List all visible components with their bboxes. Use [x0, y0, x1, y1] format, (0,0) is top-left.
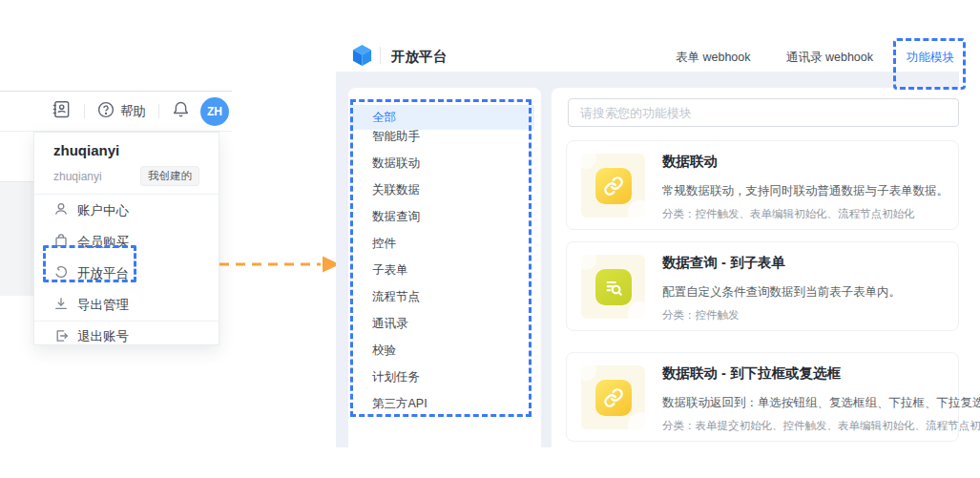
module-card-data-linkage-dropdown[interactable]: 数据联动 - 到下拉框或复选框 数据联动返回到：单选按钮组、复选框组、下拉框、下… [566, 352, 959, 442]
avatar-initials: ZH [207, 105, 222, 118]
module-list-panel: 数据联动 常规数据联动，支持同时联动普通数据与子表单数据。 分类：控件触发、表单… [552, 88, 959, 447]
menu-item-logout[interactable]: 退出账号 [34, 322, 219, 352]
logout-icon [53, 328, 69, 346]
sidebar-item-data-query[interactable]: 数据查询 [348, 203, 534, 230]
menu-item-label: 退出账号 [77, 328, 129, 345]
module-title: 数据查询 - 到子表单 [662, 254, 785, 272]
user-icon [53, 201, 69, 219]
module-card-data-linkage[interactable]: 数据联动 常规数据联动，支持同时联动普通数据与子表单数据。 分类：控件触发、表单… [566, 140, 959, 230]
help-button[interactable]: 帮助 [97, 101, 146, 121]
menu-item-label: 账户中心 [77, 202, 129, 219]
help-icon [97, 101, 115, 121]
category-sidebar: 全部 智能助手 数据联动 关联数据 数据查询 控件 子表单 流程节点 通讯录 校… [348, 88, 541, 447]
module-icon-tile [581, 154, 645, 218]
header-divider [380, 47, 381, 64]
module-category: 分类：控件触发、表单编辑初始化、流程节点初始化 [662, 207, 915, 221]
topbar-divider [84, 104, 85, 118]
sidebar-item-related-data[interactable]: 关联数据 [348, 177, 534, 203]
module-description: 配置自定义条件查询数据到当前表子表单内。 [662, 284, 901, 301]
sidebar-item-flow-node[interactable]: 流程节点 [348, 283, 534, 310]
notification-button[interactable] [172, 100, 190, 122]
menu-item-account-center[interactable]: 账户中心 [34, 195, 219, 226]
left-topbar: 帮助 ZH [0, 91, 232, 132]
sidebar-item-validation[interactable]: 校验 [348, 337, 534, 364]
created-by-me-badge: 我创建的 [140, 166, 199, 186]
avatar[interactable]: ZH [200, 97, 229, 126]
module-title: 数据联动 - 到下拉框或复选框 [662, 364, 841, 383]
module-category: 分类：控件触发 [662, 308, 740, 322]
link-icon [595, 380, 632, 416]
module-card-data-query-subform[interactable]: 数据查询 - 到子表单 配置自定义条件查询数据到当前表子表单内。 分类：控件触发 [566, 241, 959, 331]
module-description: 数据联动返回到：单选按钮组、复选框组、下拉框、下拉复选框。 [662, 395, 980, 411]
contacts-icon [52, 99, 72, 123]
sidebar-item-scheduled-task[interactable]: 计划任务 [348, 364, 534, 390]
sidebar-item-widget[interactable]: 控件 [348, 230, 534, 257]
menu-item-open-platform[interactable]: 开放平台 [34, 258, 219, 289]
module-title: 数据联动 [662, 153, 718, 171]
username-subtitle: zhuqianyi [53, 170, 102, 183]
tab-function-modules[interactable]: 功能模块 [907, 50, 954, 66]
menu-item-label: 开放平台 [77, 265, 129, 282]
module-category: 分类：表单提交初始化、控件触发、表单编辑初始化、流程节点初始化 [662, 419, 980, 433]
module-icon-tile [581, 365, 645, 429]
open-platform-header: 开放平台 表单 webhook 通讯录 webhook 功能模块 [336, 29, 959, 72]
menu-item-member-purchase[interactable]: 会员购买 [34, 226, 219, 258]
menu-item-label: 导出管理 [77, 297, 129, 314]
tab-form-webhook[interactable]: 表单 webhook [676, 50, 751, 66]
sidebar-item-data-linkage[interactable]: 数据联动 [348, 150, 534, 177]
sidebar-item-smart-assistant[interactable]: 智能助手 [348, 123, 534, 150]
sidebar-item-contacts[interactable]: 通讯录 [348, 310, 534, 337]
page-title: 开放平台 [391, 48, 447, 66]
screenshot-canvas: 帮助 ZH zhuqianyi zhuqianyi 我创建的 [0, 0, 980, 478]
module-icon-tile [581, 255, 645, 319]
help-label: 帮助 [120, 103, 146, 120]
menu-item-export-management[interactable]: 导出管理 [34, 289, 219, 321]
username: zhuqianyi [53, 142, 199, 158]
dropdown-user-section: zhuqianyi zhuqianyi 我创建的 [34, 133, 219, 185]
tab-contacts-webhook[interactable]: 通讯录 webhook [786, 50, 873, 66]
aperture-icon [53, 264, 69, 282]
download-icon [53, 296, 69, 314]
topbar-divider2 [158, 104, 159, 118]
search-list-icon [595, 269, 632, 305]
open-platform-body: 全部 智能助手 数据联动 关联数据 数据查询 控件 子表单 流程节点 通讯录 校… [336, 72, 959, 447]
sidebar-item-subform[interactable]: 子表单 [348, 257, 534, 283]
menu-item-label: 会员购买 [77, 234, 129, 251]
search-input[interactable] [568, 98, 959, 127]
account-dropdown-menu: zhuqianyi zhuqianyi 我创建的 账户中心 [33, 132, 219, 345]
contacts-button[interactable] [52, 99, 72, 123]
bell-icon [172, 100, 190, 122]
background-fragment [0, 182, 35, 296]
shopping-bag-icon [53, 233, 69, 251]
cube-logo-icon [351, 44, 373, 72]
link-icon [595, 168, 632, 204]
sidebar-item-third-party-api[interactable]: 第三方API [348, 390, 534, 417]
module-description: 常规数据联动，支持同时联动普通数据与子表单数据。 [662, 183, 949, 199]
